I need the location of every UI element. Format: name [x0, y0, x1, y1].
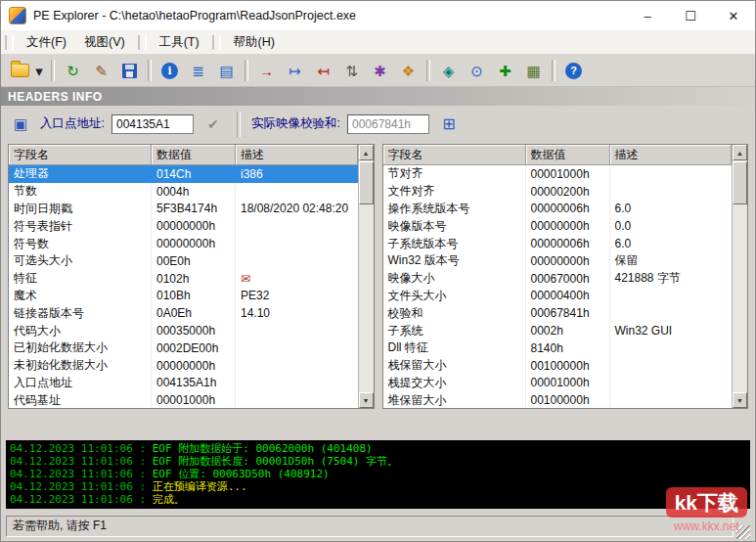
column-header[interactable]: 字段名 [383, 145, 526, 165]
import-view-button[interactable]: ↦ [282, 58, 308, 84]
copy-headers-button[interactable]: ▣ [8, 112, 33, 137]
data-value-cell: 00067000h [526, 270, 610, 288]
table-row[interactable]: 可选头大小00E0h [9, 252, 358, 270]
table-row[interactable]: 栈保留大小00100000h [383, 357, 733, 375]
delay-import-button[interactable]: ↤ [310, 58, 336, 84]
menu-view[interactable]: 视图(V) [75, 32, 134, 53]
description-cell: 421888 字节 [610, 270, 733, 288]
scroll-thumb[interactable] [733, 161, 747, 204]
save-icon [122, 64, 137, 78]
export-view-icon: → [259, 64, 274, 78]
characteristics-flags-icon: ✉ [241, 273, 250, 285]
table-row[interactable]: 特征0102h✉ [9, 270, 358, 288]
menu-help[interactable]: 帮助(H) [225, 32, 284, 53]
data-value-cell: 00000000h [152, 217, 236, 235]
disassembler-button[interactable]: ◈ [435, 58, 462, 84]
scroll-up-button[interactable]: ▲ [733, 145, 747, 160]
table-row[interactable]: 代码基址00001000h [9, 391, 358, 408]
unpacker-button[interactable]: ✚ [492, 58, 518, 84]
help-button[interactable]: ? [560, 58, 587, 84]
description-cell: 6.0 [610, 201, 733, 218]
table-row[interactable]: 文件对齐00000200h [383, 183, 733, 201]
checksum-input[interactable] [347, 114, 429, 134]
table-body: 节对齐00001000h文件对齐00000200h操作系统版本号00000006… [383, 165, 733, 408]
table-row[interactable]: 符号数00000000h [9, 235, 358, 252]
resize-grip[interactable] [736, 525, 750, 539]
resources-button[interactable]: ❖ [395, 58, 422, 84]
menu-tools[interactable]: 工具(T) [151, 32, 208, 53]
table-row[interactable]: 操作系统版本号00000006h6.0 [383, 201, 733, 218]
export-view-button[interactable]: → [253, 58, 280, 84]
table-row[interactable]: 节数0004h [9, 183, 358, 201]
table-row[interactable]: 符号表指针00000000h [9, 217, 358, 235]
scroll-thumb[interactable] [359, 161, 374, 204]
column-header[interactable]: 描述 [236, 145, 358, 165]
table-row[interactable]: 已初始化数据大小0002DE00h [9, 339, 358, 357]
column-header[interactable]: 字段名 [9, 145, 152, 165]
table-row[interactable]: 子系统版本号00000006h6.0 [383, 235, 733, 252]
dependency-scanner-button[interactable]: ⊙ [464, 58, 490, 84]
apply-entrypoint-button[interactable]: ✔ [200, 112, 226, 137]
column-header[interactable]: 数据值 [152, 145, 236, 165]
table-row[interactable]: 映像版本号00000000h0.0 [383, 217, 733, 235]
menubar-grip[interactable] [138, 35, 147, 50]
description-cell [236, 252, 358, 270]
toolbar: ▾↻✎ℹ≣▤→↦↤⇅✱❖◈⊙✚▦? [1, 55, 755, 87]
table-row[interactable]: 文件头大小00000400h [383, 288, 733, 305]
field-name-cell: 符号表指针 [9, 217, 152, 235]
table-row[interactable]: 栈提交大小00001000h [383, 375, 733, 392]
save-button[interactable] [116, 58, 143, 84]
edit-button[interactable]: ✎ [88, 58, 114, 84]
data-value-cell: 8140h [526, 339, 610, 357]
field-name-cell: Win32 版本号 [383, 252, 526, 270]
table-row[interactable]: 子系统0002hWin32 GUI [383, 322, 733, 339]
plugins-button[interactable]: ▦ [520, 58, 547, 84]
table-row[interactable]: 时间日期戳5F3B4174h18/08/2020 02:48:20 [9, 201, 358, 218]
menubar-grip[interactable] [5, 35, 14, 50]
console-log[interactable]: 04.12.2023 11:01:06 : EOF 附加数据始于: 000620… [6, 440, 750, 509]
open-file-button[interactable] [7, 58, 33, 84]
table-row[interactable]: 魔术010BhPE32 [9, 288, 358, 305]
scroll-down-button[interactable]: ▼ [733, 392, 747, 408]
scrollbar[interactable]: ▲ ▼ [358, 145, 374, 408]
data-value-cell: 00100000h [526, 357, 610, 375]
table-row[interactable]: 映像大小00067000h421888 字节 [383, 270, 733, 288]
open-dropdown-button[interactable]: ▾ [32, 58, 46, 84]
maximize-button[interactable]: ☐ [669, 1, 712, 30]
table-row[interactable]: 处理器014Chi386 [9, 165, 358, 183]
table-row[interactable]: 代码大小00035000h [9, 322, 358, 339]
section-headers-button[interactable]: ▤ [213, 58, 240, 84]
data-directories-button[interactable]: ≣ [185, 58, 211, 84]
relocations-button[interactable]: ⇅ [338, 58, 365, 84]
column-header[interactable]: 描述 [610, 145, 733, 165]
scroll-up-button[interactable]: ▲ [359, 145, 374, 160]
table-row[interactable]: 链接器版本号0A0Eh14.10 [9, 304, 358, 322]
table-row[interactable]: Dll 特征8140h [383, 339, 733, 357]
table-body: 处理器014Chi386节数0004h时间日期戳5F3B4174h18/08/2… [9, 165, 358, 408]
menubar-grip[interactable] [212, 35, 221, 50]
unpacker-icon: ✚ [499, 64, 511, 78]
data-value-cell: 00000200h [526, 183, 610, 201]
headers-info-button[interactable]: ℹ [156, 58, 183, 84]
help-icon: ? [565, 63, 582, 79]
entrypoint-input[interactable] [111, 114, 194, 134]
calculate-checksum-button[interactable]: ⊞ [436, 112, 462, 137]
table-row[interactable]: Win32 版本号00000000h保留 [383, 252, 733, 270]
reload-button[interactable]: ↻ [60, 58, 86, 84]
toolbar-separator [245, 60, 248, 81]
table-row[interactable]: 堆保留大小00100000h [383, 391, 733, 408]
data-value-cell: 00000000h [526, 252, 610, 270]
description-cell: Win32 GUI [610, 322, 733, 339]
minimize-button[interactable]: – [626, 1, 669, 30]
column-header[interactable]: 数据值 [526, 145, 610, 165]
close-button[interactable]: ✕ [712, 1, 755, 30]
scrollbar[interactable]: ▲ ▼ [732, 145, 747, 408]
table-row[interactable]: 节对齐00001000h [383, 165, 733, 183]
scroll-down-button[interactable]: ▼ [359, 392, 374, 408]
data-value-cell: 00001000h [526, 375, 610, 392]
table-row[interactable]: 入口点地址004135A1h [9, 375, 358, 392]
menu-file[interactable]: 文件(F) [18, 32, 75, 53]
table-row[interactable]: 未初始化数据大小00000000h [9, 357, 358, 375]
table-row[interactable]: 校验和00067841h [383, 304, 733, 322]
debug-info-button[interactable]: ✱ [367, 58, 393, 84]
